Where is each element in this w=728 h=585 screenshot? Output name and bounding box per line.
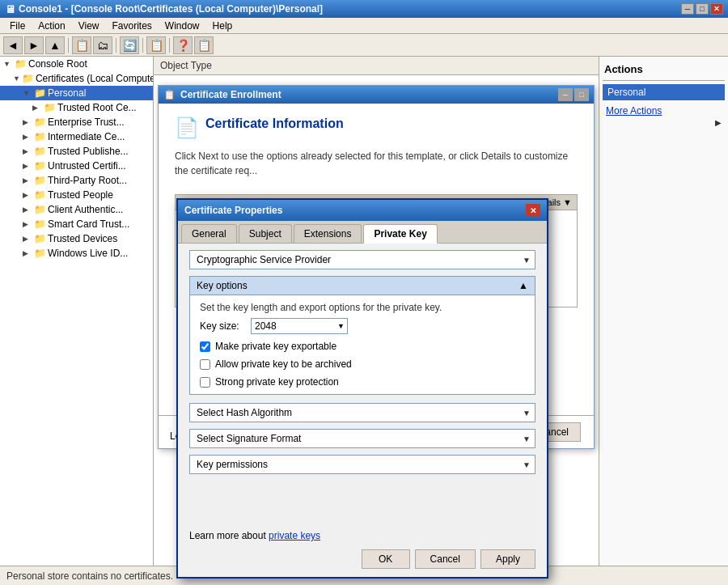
checkbox-allow-archive: Allow private key to be archived [200,358,525,370]
hash-algorithm-dropdown-row: Select Hash Algorithm ▼ [189,403,535,422]
menu-bar: File Action View Favorites Window Help [0,18,728,34]
cert-info-heading: Certificate Information [205,117,344,131]
cancel-button[interactable]: Cancel [415,549,476,569]
key-options-header[interactable]: Key options ▲ [189,276,535,295]
expand-icon: ▶ [23,162,32,170]
key-options-body: Set the key length and export options fo… [189,295,535,395]
cert-enrollment-minimize[interactable]: ─ [558,88,573,101]
folder-icon: 📁 [34,146,46,157]
sidebar-item-certificates[interactable]: ▼ 📁 Certificates (Local Compute... [0,71,153,86]
menu-file[interactable]: File [3,19,32,33]
key-size-select[interactable]: 2048 512 1024 4096 [251,318,348,334]
expand-icon: ▶ [23,118,32,126]
strong-protection-checkbox[interactable] [200,377,210,388]
expand-icon: ▼ [3,60,13,68]
toolbar-up[interactable]: ▲ [45,36,65,54]
toolbar-forward[interactable]: ► [24,36,44,54]
sidebar-item-console-root[interactable]: ▼ 📁 Console Root [0,57,153,71]
sidebar-item-personal[interactable]: ▼ 📁 Personal [0,86,153,100]
sidebar-item-client-auth[interactable]: ▶ 📁 Client Authentic... [0,202,153,217]
expand-icon: ▶ [23,249,32,257]
toolbar-show-hide[interactable]: 📋 [72,36,91,54]
menu-action[interactable]: Action [32,19,71,33]
sidebar-item-trusted-people[interactable]: ▶ 📁 Trusted People [0,188,153,202]
sidebar-item-trusted-root[interactable]: ▶ 📁 Trusted Root Ce... [0,100,153,115]
sidebar-item-untrusted[interactable]: ▶ 📁 Untrusted Certifi... [0,159,153,173]
sidebar-item-enterprise-trust[interactable]: ▶ 📁 Enterprise Trust... [0,115,153,129]
expand-icon: ▶ [32,104,42,112]
toolbar-separator-1 [68,38,69,53]
menu-window[interactable]: Window [159,19,206,33]
cert-properties-dialog: Certificate Properties ✕ General Subject… [176,198,548,579]
apply-button[interactable]: Apply [480,549,535,569]
tab-private-key[interactable]: Private Key [363,224,437,244]
ok-button[interactable]: OK [362,549,410,569]
key-size-row: Key size: 2048 512 1024 4096 ▼ [200,318,525,334]
csp-dropdown-row: Cryptographic Service Provider ▼ [189,250,535,269]
toolbar-separator-2 [116,38,116,53]
actions-selected-item: Personal [603,84,725,100]
maximize-button[interactable]: □ [696,3,709,15]
make-exportable-label: Make private key exportable [215,341,336,352]
toolbar-help[interactable]: ❓ [173,36,193,54]
hash-algorithm-dropdown[interactable]: Select Hash Algorithm [189,403,535,422]
menu-help[interactable]: Help [206,19,239,33]
sidebar-item-windows-live[interactable]: ▶ 📁 Windows Live ID... [0,246,153,261]
cert-props-close-button[interactable]: ✕ [526,204,540,217]
folder-icon: 📁 [34,117,46,128]
key-size-label: Key size: [200,320,244,332]
sidebar-item-third-party[interactable]: ▶ 📁 Third-Party Root... [0,173,153,188]
close-button[interactable]: ✕ [710,3,723,15]
cert-enrollment-maximize[interactable]: □ [574,88,589,101]
window-title: Console1 - [Console Root\Certificates (L… [19,3,323,15]
tab-general[interactable]: General [181,224,237,243]
menu-view[interactable]: View [72,19,106,33]
toolbar-refresh[interactable]: 🔄 [120,36,139,54]
csp-dropdown[interactable]: Cryptographic Service Provider [189,250,535,269]
content-header: Object Type [154,57,599,75]
expand-icon: ▶ [23,176,32,184]
title-bar-controls: ─ □ ✕ [681,3,723,15]
menu-favorites[interactable]: Favorites [106,19,159,33]
action-more[interactable]: More Actions [603,104,725,118]
actions-panel: Actions Personal More Actions ▶ [599,57,728,566]
sidebar-item-smart-card[interactable]: ▶ 📁 Smart Card Trust... [0,217,153,231]
allow-archive-checkbox[interactable] [200,359,210,370]
sidebar-item-trusted-devices[interactable]: ▶ 📁 Trusted Devices [0,231,153,246]
expand-icon: ▶ [23,206,32,214]
toolbar-separator-3 [142,38,143,53]
cert-enrollment-title-left: 📋 Certificate Enrollment [163,89,281,100]
make-exportable-checkbox[interactable] [200,341,210,352]
folder-icon: 📁 [22,73,34,84]
sidebar-item-intermediate[interactable]: ▶ 📁 Intermediate Ce... [0,129,153,144]
checkbox-strong-protection: Strong private key protection [200,376,525,388]
allow-archive-label: Allow private key to be archived [215,358,352,370]
cert-enrollment-page-icon: 📄 [175,117,199,139]
checkbox-make-exportable: Make private key exportable [200,341,525,352]
signature-format-dropdown[interactable]: Select Signature Format [189,429,535,448]
toolbar-new[interactable]: 🗂 [93,36,112,54]
key-permissions-dropdown-row: Key permissions ▼ [189,455,535,474]
private-keys-link[interactable]: private keys [269,530,320,541]
folder-icon: 📁 [44,102,56,113]
title-bar-left: 🖥 Console1 - [Console Root\Certificates … [5,3,323,15]
sidebar-item-trusted-publisher[interactable]: ▶ 📁 Trusted Publishe... [0,144,153,159]
app-icon: 🖥 [5,3,15,15]
minimize-button[interactable]: ─ [681,3,694,15]
expand-icon: ▶ [23,191,32,199]
cert-enrollment-title-bar: 📋 Certificate Enrollment ─ □ [159,86,594,104]
cert-props-title-bar: Certificate Properties ✕ [178,200,547,221]
key-permissions-dropdown[interactable]: Key permissions [189,455,535,474]
tab-subject[interactable]: Subject [239,224,292,243]
toolbar-snap[interactable]: 📋 [194,36,214,54]
folder-icon: 📁 [34,160,46,172]
toolbar-separator-4 [169,38,170,53]
expand-icon: ▶ [23,147,32,155]
toolbar-back[interactable]: ◄ [3,36,23,54]
tab-extensions[interactable]: Extensions [294,224,362,243]
toolbar-properties[interactable]: 📋 [146,36,166,54]
more-actions-arrow: ▶ [715,118,725,127]
expand-icon: ▼ [13,74,20,83]
folder-icon: 📁 [34,87,46,99]
cert-enrollment-heading-row: 📄 Certificate Information [175,117,578,139]
